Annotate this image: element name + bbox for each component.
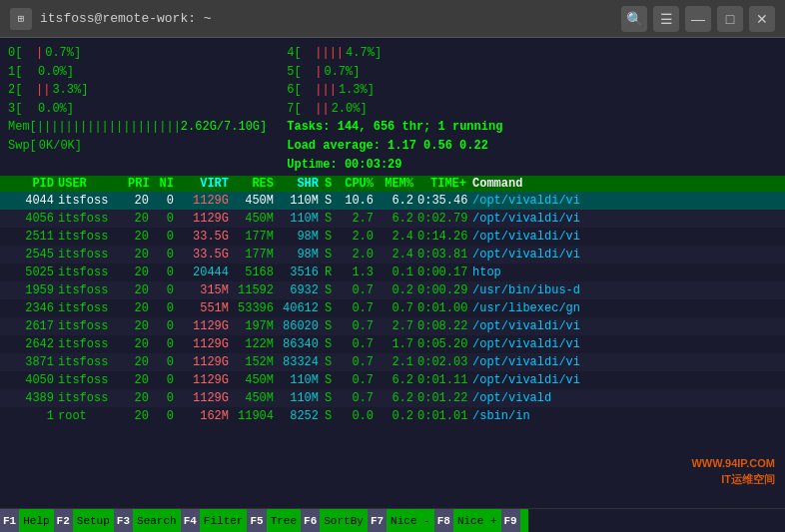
footer-button[interactable]: F8Nice + [434,509,501,532]
cell-pri: 20 [128,371,153,389]
cell-cmd: /opt/vivaldi/vi [472,317,777,335]
cell-shr: 86020 [278,317,323,335]
cell-cmd: /opt/vivald [472,389,777,407]
footer-button[interactable]: F3Search [114,509,181,532]
cell-cpu: 0.7 [338,335,378,353]
cell-pri: 20 [128,299,153,317]
cell-pri: 20 [128,407,153,425]
footer-button[interactable]: F1Help [0,509,54,532]
cell-pri: 20 [128,281,153,299]
terminal-icon: ⊞ [10,8,32,30]
footer-button[interactable]: F5Tree [247,509,301,532]
cell-user: itsfoss [58,371,128,389]
cell-cmd: /opt/vivaldi/vi [472,371,777,389]
footer-button[interactable]: F6SortBy [301,509,368,532]
table-row[interactable]: 2617 itsfoss 20 0 1129G 197M 86020 S 0.7… [0,317,785,335]
table-row[interactable]: 5025 itsfoss 20 0 20444 5168 3516 R 1.3 … [0,264,785,281]
cell-time: 0:35.46 [417,192,472,210]
cell-user: root [58,407,128,425]
cell-shr: 86340 [278,335,323,353]
cell-shr: 98M [278,228,323,246]
cell-pri: 20 [128,210,153,228]
cell-ni: 0 [153,407,178,425]
cpu-row-1: 1[0.0%] [8,63,267,82]
cpu-row-7: 7[||2.0%] [287,100,502,119]
cpu-row-2: 2[||3.3%] [8,81,267,100]
cell-res: 450M [233,192,278,210]
col-header-cpu: CPU% [338,177,378,191]
table-row[interactable]: 4056 itsfoss 20 0 1129G 450M 110M S 2.7 … [0,210,785,228]
footer-button[interactable]: F9 [501,509,528,532]
cell-s: S [323,317,338,335]
cell-time: 0:05.20 [417,335,472,353]
cell-time: 0:00.17 [417,264,472,281]
cell-cpu: 0.7 [338,371,378,389]
cell-virt: 1129G [178,317,233,335]
cell-s: S [323,210,338,228]
terminal-area: 0[|0.7%] 1[0.0%] 2[||3.3%] 3[0.0%] Mem[|… [0,38,785,508]
col-header-virt: VIRT [178,177,233,191]
cell-cpu: 2.0 [338,228,378,246]
cell-time: 0:01.22 [417,389,472,407]
table-row[interactable]: 2346 itsfoss 20 0 551M 53396 40612 S 0.7… [0,299,785,317]
cell-virt: 1129G [178,371,233,389]
cell-user: itsfoss [58,210,128,228]
cell-pid: 4044 [8,192,58,210]
cell-time: 0:03.81 [417,246,472,264]
cell-user: itsfoss [58,281,128,299]
cpu-row-4: 4[||||4.7%] [287,44,502,63]
footer-label: Filter [200,509,248,532]
maximize-button[interactable]: □ [717,6,743,32]
cell-s: S [323,281,338,299]
cell-pid: 2511 [8,228,58,246]
col-header-pri: PRI [128,177,153,191]
cell-res: 177M [233,228,278,246]
table-row[interactable]: 4050 itsfoss 20 0 1129G 450M 110M S 0.7 … [0,371,785,389]
menu-button[interactable]: ☰ [653,6,679,32]
cell-time: 0:02.79 [417,210,472,228]
cell-mem: 6.2 [378,371,417,389]
search-button[interactable]: 🔍 [621,6,647,32]
cell-pid: 5025 [8,264,58,281]
cell-user: itsfoss [58,246,128,264]
table-row[interactable]: 2642 itsfoss 20 0 1129G 122M 86340 S 0.7… [0,335,785,353]
cell-pid: 4050 [8,371,58,389]
footer-button[interactable]: F4Filter [181,509,248,532]
cell-mem: 6.2 [378,192,417,210]
minimize-button[interactable]: — [685,6,711,32]
cell-virt: 20444 [178,264,233,281]
cell-mem: 0.7 [378,299,417,317]
table-row[interactable]: 4389 itsfoss 20 0 1129G 450M 110M S 0.7 … [0,389,785,407]
cell-res: 197M [233,317,278,335]
table-row[interactable]: 4044 itsfoss 20 0 1129G 450M 110M S 10.6… [0,192,785,210]
cell-s: S [323,228,338,246]
cell-s: S [323,335,338,353]
cell-mem: 2.4 [378,246,417,264]
cell-virt: 1129G [178,210,233,228]
table-row[interactable]: 2545 itsfoss 20 0 33.5G 177M 98M S 2.0 2… [0,246,785,264]
tasks-line: Tasks: 144, 656 thr; 1 running [287,118,502,137]
close-button[interactable]: ✕ [749,6,775,32]
table-row[interactable]: 3871 itsfoss 20 0 1129G 152M 83324 S 0.7… [0,353,785,371]
cell-s: S [323,389,338,407]
cell-cpu: 2.7 [338,210,378,228]
table-row[interactable]: 1 root 20 0 162M 11904 8252 S 0.0 0.2 0:… [0,407,785,425]
cell-shr: 83324 [278,353,323,371]
cell-s: R [323,264,338,281]
cell-s: S [323,353,338,371]
titlebar-left: ⊞ itsfoss@remote-work: ~ [10,8,212,30]
stats-area: 0[|0.7%] 1[0.0%] 2[||3.3%] 3[0.0%] Mem[|… [0,42,785,176]
footer-button[interactable]: F7Nice - [368,509,434,532]
cell-virt: 1129G [178,389,233,407]
watermark: WWW.94IP.COM IT运维空间 [691,456,775,487]
table-row[interactable]: 2511 itsfoss 20 0 33.5G 177M 98M S 2.0 2… [0,228,785,246]
cell-ni: 0 [153,281,178,299]
cell-virt: 33.5G [178,228,233,246]
cell-ni: 0 [153,246,178,264]
cell-pid: 4056 [8,210,58,228]
footer-key: F1 [0,509,19,532]
footer-button[interactable]: F2Setup [54,509,114,532]
cell-cpu: 2.0 [338,246,378,264]
table-row[interactable]: 1959 itsfoss 20 0 315M 11592 6932 S 0.7 … [0,281,785,299]
cell-pri: 20 [128,246,153,264]
